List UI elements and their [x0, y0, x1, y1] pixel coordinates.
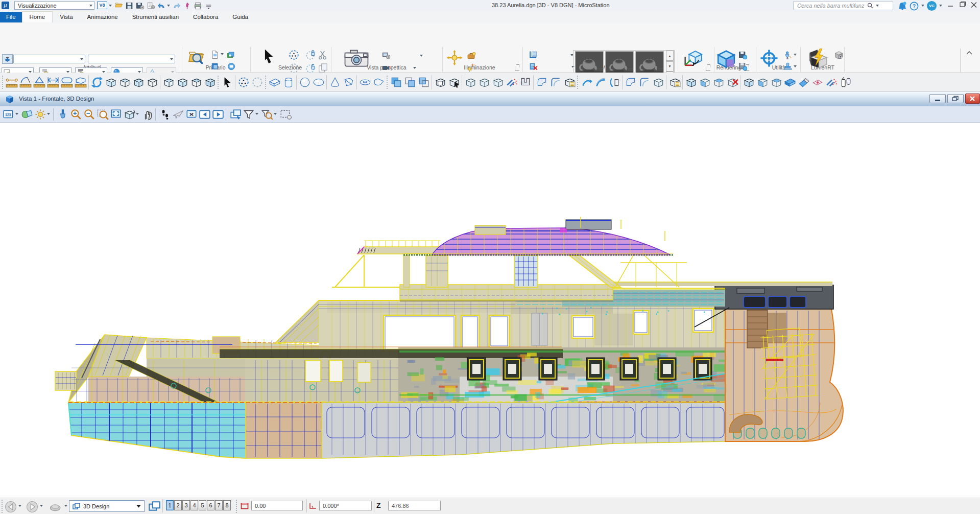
- angle-icon[interactable]: [309, 502, 317, 510]
- view-tool-dash-sel[interactable]: [279, 108, 292, 121]
- drawing-canvas[interactable]: [0, 123, 980, 498]
- search-input[interactable]: Cerca nella barra multifunz: [793, 1, 893, 10]
- tool-cube-h[interactable]: [203, 75, 217, 89]
- tool-feat-b[interactable]: [477, 75, 491, 89]
- view-restore-button[interactable]: [947, 94, 964, 103]
- view-tool-fit[interactable]: [109, 108, 122, 121]
- view-tool-zoom-out[interactable]: [83, 108, 95, 121]
- tool-cube-edit[interactable]: [447, 75, 461, 89]
- tab-file[interactable]: File: [0, 12, 22, 22]
- tab-animazione[interactable]: Animazione: [80, 12, 125, 22]
- element-style-combobox[interactable]: [13, 55, 85, 63]
- tool-ruler-dim[interactable]: [46, 75, 60, 89]
- angle-field[interactable]: 0.000°: [319, 501, 372, 510]
- close-button[interactable]: [969, 1, 978, 9]
- save-image-icon[interactable]: [737, 62, 748, 72]
- applica-materiale-icon[interactable]: [529, 50, 539, 60]
- view-close-button[interactable]: [965, 94, 980, 104]
- tool-cube-list[interactable]: [563, 75, 576, 89]
- save-icon[interactable]: [124, 2, 135, 10]
- help-icon[interactable]: ?: [910, 2, 919, 11]
- view-toggle-2[interactable]: 2: [174, 500, 182, 510]
- tool-sel-circle[interactable]: [237, 75, 250, 89]
- tool-mod-x[interactable]: [726, 75, 739, 89]
- dimension-style-combobox[interactable]: [88, 55, 175, 63]
- tool-cube-e[interactable]: [162, 75, 175, 89]
- timbro-icon[interactable]: [782, 62, 793, 72]
- tool-curve-a[interactable]: [580, 75, 593, 89]
- view-toggle-5[interactable]: 5: [199, 500, 206, 510]
- undo-icon[interactable]: [156, 2, 167, 10]
- tool-cube-f[interactable]: [176, 75, 189, 89]
- v8-history-icon[interactable]: V8: [97, 2, 107, 9]
- element-selection-button[interactable]: [253, 49, 284, 74]
- view-tool-vprops[interactable]: 123: [2, 108, 15, 121]
- view-toggle-3[interactable]: 3: [182, 500, 190, 510]
- tool-eraser[interactable]: [797, 75, 810, 89]
- tool-phone[interactable]: [839, 75, 852, 89]
- view-tool-vstyle[interactable]: [20, 108, 33, 121]
- rimuovi-materiale-icon[interactable]: [529, 62, 539, 72]
- tool-sphere[interactable]: [298, 75, 312, 89]
- posiziona-istanza-icon[interactable]: [782, 50, 793, 60]
- position-x-field[interactable]: 0.00: [251, 501, 303, 510]
- view-tool-nav-left[interactable]: [198, 108, 211, 121]
- print-icon[interactable]: [193, 2, 203, 10]
- tab-home[interactable]: Home: [22, 11, 53, 22]
- tool-slab-dot[interactable]: [811, 75, 824, 89]
- tool-cube-d[interactable]: [146, 75, 159, 89]
- tab-vista[interactable]: Vista: [53, 12, 80, 22]
- tool-cube-a[interactable]: [104, 75, 117, 89]
- tool-bool-cut[interactable]: [417, 75, 431, 89]
- view-toggle-4[interactable]: 4: [190, 500, 198, 510]
- tool-mod-f[interactable]: [756, 75, 769, 89]
- tab-guida[interactable]: Guida: [225, 12, 255, 22]
- tool-swirl[interactable]: [90, 75, 104, 89]
- tool-cube-win2[interactable]: [652, 75, 665, 89]
- tool-mod-g[interactable]: [770, 75, 783, 89]
- rendering-scena-button[interactable]: [714, 49, 738, 76]
- tool-ushape[interactable]: [519, 75, 532, 89]
- view-tool-hand[interactable]: [141, 108, 154, 121]
- tool-ruler-line[interactable]: [5, 75, 18, 89]
- tool-ruler-stadium[interactable]: [60, 75, 74, 89]
- maximize-button[interactable]: [958, 1, 967, 9]
- view-tool-zoom-win[interactable]: [96, 108, 109, 121]
- select-unlock[interactable]: [305, 63, 316, 74]
- view-toggle-1[interactable]: 1: [166, 500, 174, 510]
- tool-ruler-arc[interactable]: [19, 75, 32, 89]
- notifications-bell-icon[interactable]: [897, 1, 907, 11]
- tab-collabora[interactable]: Collabora: [186, 12, 225, 22]
- lente-icon[interactable]: [381, 63, 392, 73]
- tool-ellipsoid[interactable]: [312, 75, 325, 89]
- new-file-icon[interactable]: [210, 50, 220, 59]
- view-tool-vcube[interactable]: [123, 108, 135, 121]
- tool-mod-e[interactable]: [742, 75, 755, 89]
- view-tool-zoom-in[interactable]: [69, 108, 82, 121]
- tool-curve-c[interactable]: [608, 75, 621, 89]
- tab-strumenti-ausiliari[interactable]: Strumenti ausiliari: [125, 12, 186, 22]
- raster-icon[interactable]: [226, 61, 236, 71]
- references-icon[interactable]: [210, 61, 220, 71]
- view-tool-plane[interactable]: [172, 108, 184, 121]
- view-tool-feet[interactable]: [158, 108, 171, 121]
- tool-feat-c[interactable]: [491, 75, 505, 89]
- tool-scatter-red2[interactable]: [825, 75, 838, 89]
- ribbon-collapse-chevron[interactable]: [965, 50, 973, 57]
- gallery-scroll-up[interactable]: ▲: [666, 51, 674, 61]
- tool-round-d[interactable]: [638, 75, 651, 89]
- customize-icon[interactable]: [203, 2, 214, 10]
- view-toggle-6[interactable]: 6: [207, 500, 214, 510]
- active-style-icon[interactable]: [2, 54, 13, 64]
- modifica-vista-icon[interactable]: [381, 51, 392, 60]
- tool-slab[interactable]: [268, 75, 281, 89]
- workflow-combobox[interactable]: Visualizzazione: [14, 1, 94, 10]
- view-tool-funnel[interactable]: [242, 108, 255, 121]
- tool-torus[interactable]: [358, 75, 372, 89]
- gestisci-icon[interactable]: [466, 51, 476, 61]
- tool-ruler-box[interactable]: [74, 75, 87, 89]
- scissors-icon[interactable]: [318, 50, 328, 60]
- pen-tool-icon[interactable]: [47, 501, 62, 513]
- tool-cube-win[interactable]: [434, 75, 447, 89]
- tool-cube-g[interactable]: [189, 75, 203, 89]
